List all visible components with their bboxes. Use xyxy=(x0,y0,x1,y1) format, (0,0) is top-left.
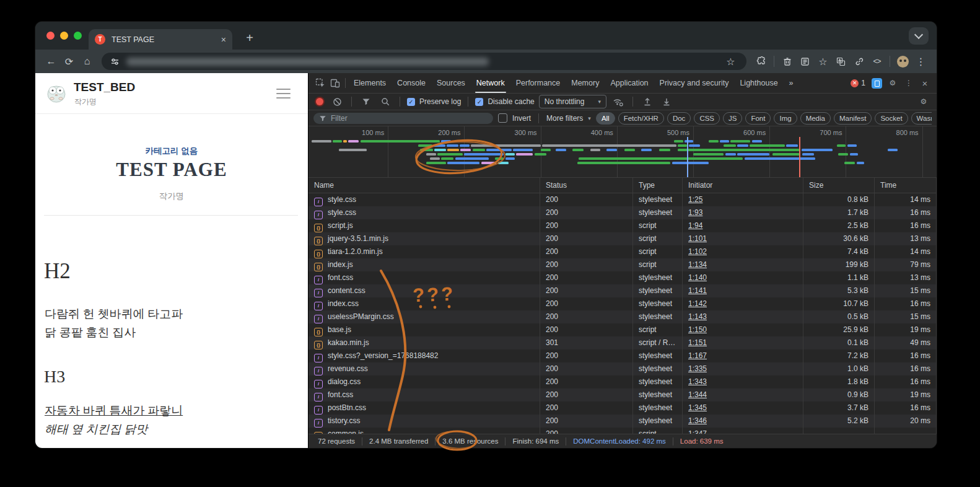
import-har-icon[interactable] xyxy=(640,94,655,109)
tab-lighthouse[interactable]: Lighthouse xyxy=(734,73,783,93)
translate-icon[interactable] xyxy=(833,53,849,70)
close-window-button[interactable] xyxy=(46,32,55,40)
browser-menu-icon[interactable]: ⋮ xyxy=(912,53,929,70)
table-row-postbtn-css[interactable]: /postBtn.css200stylesheet1:3453.7 kB16 m… xyxy=(308,401,937,415)
waterfall-overview[interactable]: 100 ms200 ms300 ms400 ms500 ms600 ms700 … xyxy=(308,126,937,178)
home-button[interactable]: ⌂ xyxy=(79,53,95,70)
post-link[interactable]: 자동차 바퀴 틈새가 파랗니 xyxy=(45,403,183,419)
initiator-link[interactable]: 1:345 xyxy=(688,403,707,412)
export-har-icon[interactable] xyxy=(659,94,674,109)
filter-input[interactable]: Filter xyxy=(313,113,493,124)
tab-close-icon[interactable]: × xyxy=(221,35,226,44)
table-row-revenue-css[interactable]: /revenue.css200stylesheet1:3351.0 kB16 m… xyxy=(308,362,937,375)
initiator-link[interactable]: 1:25 xyxy=(688,195,702,204)
extensions-icon[interactable] xyxy=(753,53,769,70)
column-header-size[interactable]: Size xyxy=(803,178,875,193)
link-icon[interactable] xyxy=(851,53,867,70)
delete-icon[interactable] xyxy=(779,53,795,70)
invert-checkbox[interactable] xyxy=(498,113,507,123)
initiator-link[interactable]: 1:143 xyxy=(688,312,707,321)
table-row-uselesspmargin-css[interactable]: /uselessPMargin.css200stylesheet1:1430.5… xyxy=(308,310,937,323)
disable-cache-label[interactable]: Disable cache xyxy=(488,97,534,106)
initiator-link[interactable]: 1:101 xyxy=(688,234,707,243)
device-mode-active-icon[interactable] xyxy=(869,76,884,90)
more-tabs-icon[interactable]: » xyxy=(784,73,799,93)
chip-wasm[interactable]: Wasm xyxy=(911,112,932,125)
tab-memory[interactable]: Memory xyxy=(566,73,605,93)
tab-elements[interactable]: Elements xyxy=(348,73,392,93)
chip-media[interactable]: Media xyxy=(800,112,831,125)
post-category-link[interactable]: 카테고리 없음 xyxy=(35,146,308,157)
preserve-log-checkbox[interactable]: ✓ xyxy=(407,98,415,106)
table-row-base-js[interactable]: {}base.js200script1:15025.9 kB19 ms xyxy=(308,323,937,336)
record-network-log-button[interactable] xyxy=(316,98,323,105)
table-row-tistory-css[interactable]: /tistory.css200stylesheet1:3465.2 kB20 m… xyxy=(308,415,937,428)
chip-css[interactable]: CSS xyxy=(694,112,720,125)
column-header-status[interactable]: Status xyxy=(540,178,633,193)
address-bar[interactable]: ☆ xyxy=(102,53,746,70)
table-row-jquery-3-5-1-min-js[interactable]: {}jquery-3.5.1.min.js200script1:10130.6 … xyxy=(308,232,937,245)
chip-fetch-xhr[interactable]: Fetch/XHR xyxy=(618,112,664,125)
tab-console[interactable]: Console xyxy=(392,73,431,93)
initiator-link[interactable]: 1:335 xyxy=(688,364,707,373)
more-filters-button[interactable]: More filters xyxy=(546,114,583,123)
table-row-style-css-version-1768188482[interactable]: /style.css?_version_=1768188482200styles… xyxy=(308,349,937,362)
inspect-element-icon[interactable] xyxy=(313,76,328,90)
initiator-link[interactable]: 1:343 xyxy=(688,377,707,386)
table-row-content-css[interactable]: /content.css200stylesheet1:1415.3 kB15 m… xyxy=(308,284,937,297)
table-row-index-js[interactable]: {}index.js200script1:134199 kB79 ms xyxy=(308,258,937,271)
initiator-link[interactable]: 1:167 xyxy=(688,351,707,360)
initiator-link[interactable]: 1:140 xyxy=(688,273,707,282)
initiator-link[interactable]: 1:151 xyxy=(688,338,707,347)
tab-privacy-and-security[interactable]: Privacy and security xyxy=(654,73,735,93)
site-settings-icon[interactable] xyxy=(109,53,120,70)
column-header-initiator[interactable]: Initiator xyxy=(683,178,803,193)
profile-avatar[interactable] xyxy=(895,53,911,70)
chip-socket[interactable]: Socket xyxy=(875,112,908,125)
browser-tab[interactable]: T TEST PAGE × xyxy=(89,29,232,50)
chip-img[interactable]: Img xyxy=(774,112,797,125)
initiator-link[interactable]: 1:142 xyxy=(688,299,707,308)
reload-button[interactable]: ⟳ xyxy=(61,53,77,70)
new-tab-button[interactable]: + xyxy=(241,29,258,46)
initiator-link[interactable]: 1:346 xyxy=(688,416,707,425)
initiator-link[interactable]: 1:102 xyxy=(688,247,707,256)
reading-list-icon[interactable] xyxy=(797,53,813,70)
table-row-tiara-1-2-0-min-js[interactable]: {}tiara-1.2.0.min.js200script1:1027.4 kB… xyxy=(308,245,937,258)
preserve-log-label[interactable]: Preserve log xyxy=(419,97,461,106)
table-row-font-css[interactable]: /font.css200stylesheet1:1401.1 kB13 ms xyxy=(308,271,937,284)
blog-title[interactable]: TEST_BED xyxy=(74,81,135,94)
chip-font[interactable]: Font xyxy=(745,112,771,125)
disable-cache-checkbox[interactable]: ✓ xyxy=(475,98,483,106)
menu-hamburger-icon[interactable] xyxy=(276,89,291,102)
throttling-select[interactable]: No throttling ▾ xyxy=(539,95,606,108)
chip-doc[interactable]: Doc xyxy=(667,112,691,125)
initiator-link[interactable]: 1:134 xyxy=(688,260,707,269)
bookmark-star-icon[interactable]: ☆ xyxy=(722,53,739,70)
tab-performance[interactable]: Performance xyxy=(510,73,566,93)
clear-network-log-icon[interactable] xyxy=(330,94,344,109)
error-badge[interactable]: ✕ 1 xyxy=(851,79,865,87)
table-row-style-css[interactable]: /style.css200stylesheet1:250.8 kB14 ms xyxy=(308,193,937,206)
code-icon[interactable]: <> xyxy=(868,53,885,70)
network-conditions-icon[interactable] xyxy=(611,94,626,109)
devtools-settings-icon[interactable]: ⚙ xyxy=(885,76,900,90)
table-row-script-js[interactable]: {}script.js200script1:942.5 kB16 ms xyxy=(308,219,937,232)
initiator-link[interactable]: 1:141 xyxy=(688,286,707,295)
initiator-link[interactable]: 1:347 xyxy=(688,429,707,434)
table-row-kakao-min-js[interactable]: {}kakao.min.js301script / Redirect1:1510… xyxy=(308,336,937,349)
network-settings-icon[interactable]: ⚙ xyxy=(916,94,931,109)
column-header-type[interactable]: Type xyxy=(633,178,683,193)
minimize-window-button[interactable] xyxy=(60,32,68,40)
initiator-link[interactable]: 1:94 xyxy=(688,221,702,230)
tab-network[interactable]: Network xyxy=(471,73,510,93)
table-row-common-js[interactable]: {}common.js200script1:347 xyxy=(308,428,937,434)
tab-application[interactable]: Application xyxy=(605,73,654,93)
chip-js[interactable]: JS xyxy=(723,112,742,125)
table-row-style-css[interactable]: /style.css200stylesheet1:931.7 kB16 ms xyxy=(308,206,937,219)
initiator-link[interactable]: 1:150 xyxy=(688,325,707,334)
tab-search-button[interactable] xyxy=(909,27,929,45)
bookmark-manager-icon[interactable]: ☆ xyxy=(815,53,831,70)
tab-sources[interactable]: Sources xyxy=(431,73,471,93)
devtools-menu-icon[interactable]: ⋮ xyxy=(901,76,916,90)
